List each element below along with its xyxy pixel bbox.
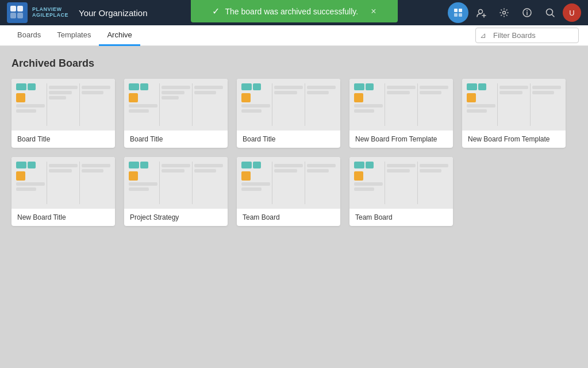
board-card-6[interactable]: Project Strategy	[124, 157, 228, 226]
board-name-8: Team Board	[349, 209, 453, 226]
toast-message: The board was archived successfully.	[225, 7, 359, 16]
filter-boards-input[interactable]	[475, 28, 579, 43]
avatar-button[interactable]: U	[563, 3, 581, 22]
board-thumbnail-5	[11, 157, 115, 209]
logo-text: Planview AgilePlace	[32, 7, 68, 18]
board-thumbnail-8	[349, 157, 453, 209]
board-name-6: Project Strategy	[124, 209, 228, 226]
search-button[interactable]	[540, 2, 560, 23]
filter-icon: ⊿	[480, 31, 486, 40]
board-name-7: Team Board	[237, 209, 340, 226]
tab-boards[interactable]: Boards	[9, 25, 49, 46]
logo-icon	[7, 2, 28, 23]
toast-close-button[interactable]: ×	[371, 6, 376, 17]
board-card-7[interactable]: Team Board	[237, 157, 340, 226]
filter-input-wrap: ⊿	[475, 28, 579, 43]
board-card-0[interactable]: Board Title	[11, 79, 115, 148]
svg-rect-6	[454, 13, 458, 17]
board-card-3[interactable]: New Board From Template	[349, 79, 453, 148]
toast-notification: ✓ The board was archived successfully. ×	[191, 0, 398, 22]
svg-rect-4	[454, 9, 458, 12]
board-thumbnail-7	[237, 157, 340, 209]
svg-point-8	[479, 10, 483, 14]
svg-point-11	[503, 12, 506, 14]
svg-rect-1	[17, 6, 23, 12]
svg-point-14	[526, 10, 528, 12]
nav-bar: Boards Templates Archive ⊿	[0, 25, 588, 46]
svg-rect-7	[459, 13, 462, 17]
board-name-0: Board Title	[11, 131, 115, 148]
board-thumbnail-4	[462, 79, 566, 131]
board-icon-button[interactable]	[448, 2, 468, 23]
toast-check-icon: ✓	[212, 6, 220, 17]
board-thumbnail-2	[237, 79, 340, 131]
board-name-2: Board Title	[237, 131, 340, 148]
board-thumbnail-1	[124, 79, 228, 131]
board-name-5: New Board Title	[11, 209, 115, 226]
tab-archive[interactable]: Archive	[99, 25, 140, 46]
board-thumbnail-0	[11, 79, 115, 131]
board-name-1: Board Title	[124, 131, 228, 148]
svg-rect-3	[17, 13, 23, 18]
board-card-8[interactable]: Team Board	[349, 157, 453, 226]
board-name-3: New Board From Template	[349, 131, 453, 148]
brand-bottom: AgilePlace	[32, 13, 68, 18]
add-user-button[interactable]	[471, 2, 491, 23]
header-icons: U	[448, 2, 581, 23]
org-name: Your Organization	[79, 8, 148, 18]
board-name-4: New Board From Template	[462, 131, 566, 148]
info-button[interactable]	[517, 2, 537, 23]
board-thumbnail-6	[124, 157, 228, 209]
svg-point-15	[547, 9, 553, 16]
main-content: Archived Boards	[0, 46, 588, 237]
board-card-4[interactable]: New Board From Template	[462, 79, 566, 148]
boards-grid: Board Title	[11, 79, 577, 226]
page-title: Archived Boards	[11, 57, 577, 70]
svg-rect-5	[459, 9, 462, 12]
board-card-1[interactable]: Board Title	[124, 79, 228, 148]
svg-rect-0	[10, 6, 16, 12]
board-thumbnail-3	[349, 79, 453, 131]
settings-button[interactable]	[494, 2, 514, 23]
svg-rect-2	[10, 13, 16, 18]
board-card-5[interactable]: New Board Title	[11, 157, 115, 226]
tab-templates[interactable]: Templates	[49, 25, 99, 46]
board-card-2[interactable]: Board Title	[237, 79, 340, 148]
svg-line-16	[552, 15, 555, 17]
logo-area: Planview AgilePlace Your Organization	[7, 2, 148, 23]
